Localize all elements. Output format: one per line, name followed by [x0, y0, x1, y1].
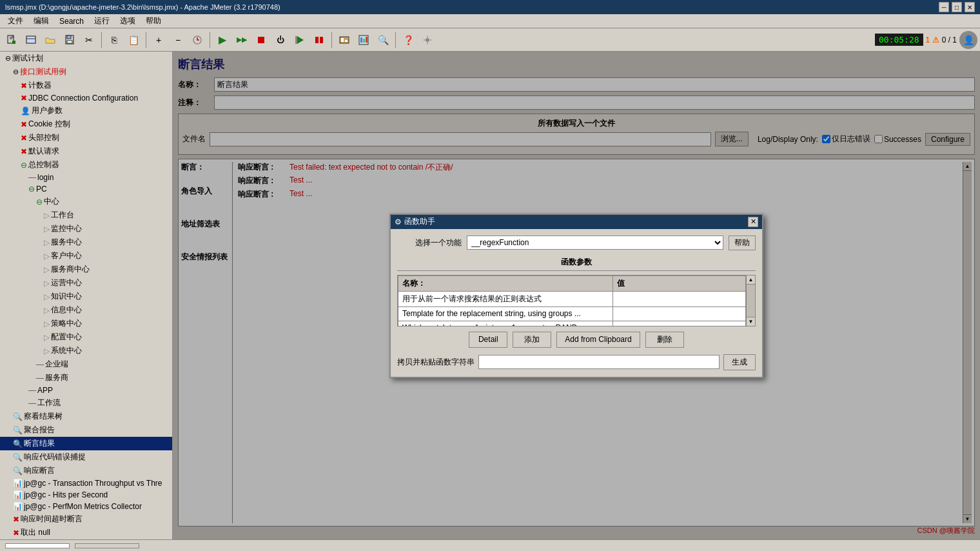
- add-button[interactable]: 添加: [513, 332, 551, 348]
- service-center-icon: ▷: [44, 238, 50, 247]
- tree-item-operation[interactable]: ▷ 运营中心: [0, 276, 172, 290]
- tree-item-header[interactable]: ✖ 头部控制: [0, 131, 172, 145]
- menu-run[interactable]: 运行: [89, 14, 115, 28]
- tree-item-counter[interactable]: ✖ 计数器: [0, 79, 172, 92]
- tree-item-interface-test[interactable]: ⊖ 接口测试用例: [0, 65, 172, 79]
- tree-item-user-params[interactable]: 👤 用户参数: [0, 104, 172, 117]
- run-nopause-button[interactable]: ▶▶: [233, 31, 251, 49]
- status-scrollbar[interactable]: [5, 543, 70, 548]
- tree-item-error-capture[interactable]: 🔍 响应代码错误捕捉: [0, 450, 172, 464]
- tree-item-workflow[interactable]: — 工作流: [0, 396, 172, 410]
- result-tree-icon: 🔍: [13, 412, 23, 421]
- tree-item-vendor[interactable]: ▷ 服务商中心: [0, 263, 172, 276]
- tree-item-total-controller[interactable]: ⊖ 总控制器: [0, 158, 172, 172]
- generate-button[interactable]: 生成: [723, 354, 756, 370]
- run-button[interactable]: ▶: [213, 31, 231, 49]
- paste-button[interactable]: 📋: [124, 31, 142, 49]
- tree-item-label: 响应时间超时断言: [21, 514, 83, 525]
- save-button[interactable]: [61, 31, 79, 49]
- new-button[interactable]: [3, 31, 21, 49]
- tree-item-aggregate[interactable]: 🔍 聚合报告: [0, 423, 172, 437]
- detail-button[interactable]: Detail: [469, 332, 507, 348]
- tree-item-service-provider[interactable]: — 服务商: [0, 371, 172, 385]
- toolbar-separator-5: [395, 32, 396, 48]
- maximize-button[interactable]: □: [952, 2, 962, 12]
- close-button[interactable]: ✕: [965, 2, 975, 12]
- collapse-button[interactable]: −: [169, 31, 187, 49]
- tree-item-monitor[interactable]: ▷ 监控中心: [0, 222, 172, 235]
- open-button[interactable]: [41, 31, 59, 49]
- tree-item-service-center[interactable]: ▷ 服务中心: [0, 235, 172, 249]
- config-button[interactable]: [418, 31, 436, 49]
- expand-button[interactable]: +: [150, 31, 168, 49]
- table-scroll-up[interactable]: ▲: [747, 276, 755, 285]
- strategy-icon: ▷: [44, 319, 50, 328]
- tree-item-pc[interactable]: ⊖ PC: [0, 183, 172, 195]
- status-hscrollbar[interactable]: [75, 543, 139, 548]
- tree-item-login[interactable]: — login: [0, 172, 172, 183]
- search-button[interactable]: 🔍: [374, 31, 392, 49]
- remote-start-button[interactable]: [291, 31, 309, 49]
- copy-input[interactable]: [478, 355, 720, 369]
- service-provider-icon: —: [36, 374, 44, 383]
- tree-item-center[interactable]: ⊖ 中心: [0, 195, 172, 208]
- tree-item-assertion-result[interactable]: 🔍 断言结果: [0, 437, 172, 450]
- menu-search[interactable]: Search: [54, 15, 89, 27]
- menu-help[interactable]: 帮助: [141, 14, 166, 28]
- delete-button[interactable]: 删除: [645, 332, 684, 348]
- help-button[interactable]: ❓: [399, 31, 417, 49]
- menu-file[interactable]: 文件: [3, 14, 28, 28]
- tree-item-jp-hits[interactable]: 📊 jp@gc - Hits per Second: [0, 489, 172, 501]
- tree-item-knowledge[interactable]: ▷ 知识中心: [0, 290, 172, 303]
- stop-button[interactable]: ⏹: [252, 31, 270, 49]
- copy-button[interactable]: ⎘: [105, 31, 123, 49]
- report2-button[interactable]: [355, 31, 373, 49]
- minimize-button[interactable]: ─: [939, 2, 949, 12]
- tree-item-extract-null[interactable]: ✖ 取出 null: [0, 526, 172, 539]
- tree-item-info[interactable]: ▷ 信息中心: [0, 303, 172, 317]
- tree-item-response-assertion[interactable]: 🔍 响应断言: [0, 464, 172, 477]
- tree-item-customer[interactable]: ▷ 客户中心: [0, 249, 172, 263]
- add-from-clipboard-button[interactable]: Add from Clipboard: [556, 332, 640, 348]
- tree-item-config[interactable]: ▷ 配置中心: [0, 330, 172, 344]
- templates-button[interactable]: [22, 31, 40, 49]
- tree-item-label: 总控制器: [28, 159, 59, 170]
- response-time-icon: ✖: [13, 515, 19, 524]
- tree-item-app[interactable]: — APP: [0, 385, 172, 396]
- tree-item-cookie[interactable]: ✖ Cookie 控制: [0, 117, 172, 131]
- jdbc-icon: ✖: [21, 94, 27, 103]
- operation-icon: ▷: [44, 279, 50, 288]
- param-value-3[interactable]: [613, 321, 746, 326]
- tree-item-jdbc[interactable]: ✖ JDBC Connection Configuration: [0, 92, 172, 104]
- window-controls[interactable]: ─ □ ✕: [939, 2, 975, 12]
- modal-title-content: ⚙ 函数助手: [395, 216, 435, 227]
- tree-item-test-plan[interactable]: ⊖ 测试计划: [0, 52, 172, 65]
- tree-item-enterprise[interactable]: — 企业端: [0, 357, 172, 371]
- user-avatar[interactable]: 👤: [959, 31, 977, 49]
- tree-item-strategy[interactable]: ▷ 策略中心: [0, 317, 172, 330]
- shear-button[interactable]: ✂: [80, 31, 98, 49]
- param-value-1[interactable]: [613, 291, 746, 306]
- report-button[interactable]: [335, 31, 353, 49]
- modal-overlay: ⚙ 函数助手 ✕ 选择一个功能 __regexFunction 帮助: [173, 52, 980, 539]
- jp-hits-icon: 📊: [13, 490, 23, 499]
- shutdown-button[interactable]: ⏻: [271, 31, 289, 49]
- tree-item-workspace[interactable]: ▷ 工作台: [0, 208, 172, 222]
- tree-item-jp-throughput[interactable]: 📊 jp@gc - Transaction Throughput vs Thre: [0, 477, 172, 489]
- remote-stop-button[interactable]: [310, 31, 328, 49]
- tree-item-jp-perfmon[interactable]: 📊 jp@gc - PerfMon Metrics Collector: [0, 501, 172, 512]
- reset-button[interactable]: [188, 31, 206, 49]
- modal-help-button[interactable]: 帮助: [729, 235, 756, 250]
- modal-close-button[interactable]: ✕: [748, 217, 758, 227]
- total-ctrl-icon: ⊖: [21, 161, 27, 170]
- tree-item-default-request[interactable]: ✖ 默认请求: [0, 145, 172, 158]
- param-value-2[interactable]: [613, 306, 746, 321]
- menu-options[interactable]: 选项: [115, 14, 141, 28]
- function-dropdown[interactable]: __regexFunction: [467, 235, 723, 250]
- tree-item-system[interactable]: ▷ 系统中心: [0, 344, 172, 357]
- tree-item-result-tree[interactable]: 🔍 察看结果树: [0, 410, 172, 423]
- menu-edit[interactable]: 编辑: [28, 14, 54, 28]
- tree-item-response-time-assertion[interactable]: ✖ 响应时间超时断言: [0, 512, 172, 526]
- table-scrollbar[interactable]: ▲ ▼: [746, 276, 755, 326]
- table-scroll-down[interactable]: ▼: [747, 317, 755, 326]
